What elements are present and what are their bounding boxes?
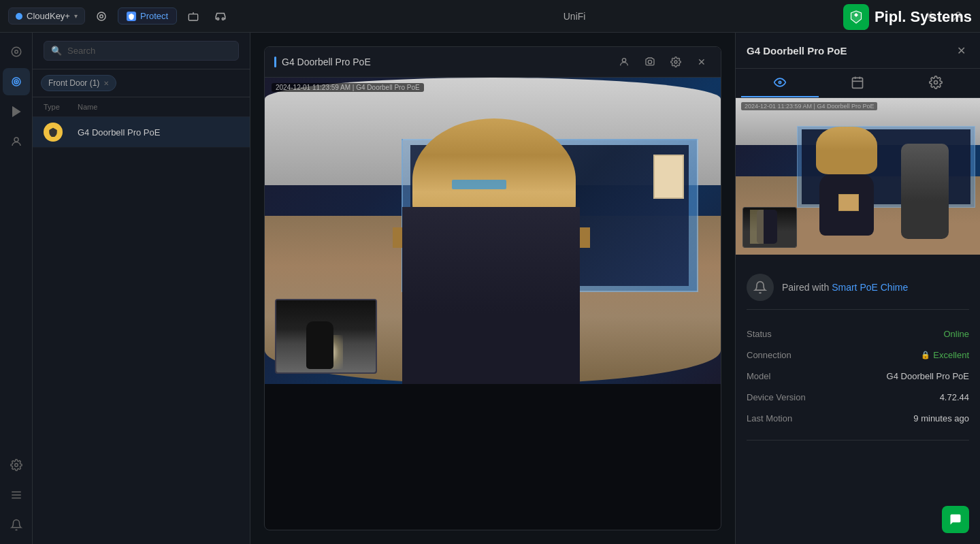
- rp-content: Paired with Smart PoE Chime Status Onlin…: [736, 255, 980, 451]
- svg-point-27: [674, 61, 677, 63]
- smart-poe-chime-link[interactable]: Smart PoE Chime: [832, 282, 908, 293]
- svg-point-26: [648, 60, 651, 63]
- mini-person-2: [901, 144, 956, 239]
- version-value: 4.72.44: [940, 392, 969, 402]
- svg-point-21: [14, 464, 18, 467]
- right-panel: G4 Doorbell Pro PoE ✕: [735, 33, 980, 544]
- camera-ai-button[interactable]: [615, 52, 634, 71]
- connection-row: Connection 🔒 Excellent: [747, 345, 969, 366]
- svg-point-4: [217, 18, 219, 20]
- column-type-header: Type: [44, 103, 78, 111]
- pipl-logo: Pipl. Systems: [843, 4, 972, 30]
- tab-recordings[interactable]: [819, 69, 896, 97]
- cloudkey-label: CloudKey+: [27, 11, 70, 21]
- device-status-icon: [44, 123, 63, 142]
- sidebar-item-playback[interactable]: [3, 98, 30, 125]
- hat-text: [452, 180, 506, 189]
- protect-button[interactable]: Protect: [118, 7, 177, 25]
- tab-device-settings[interactable]: [897, 69, 975, 97]
- chime-icon: [747, 274, 774, 301]
- device-info-section: Status Online Connection 🔒 Excellent Mod…: [747, 313, 969, 441]
- sidebar-item-settings[interactable]: [3, 451, 30, 479]
- paired-row: Paired with Smart PoE Chime: [747, 266, 969, 310]
- model-label: Model: [747, 371, 770, 381]
- right-panel-tabs: [736, 69, 980, 98]
- svg-point-1: [100, 14, 103, 18]
- camera-title-text: G4 Doorbell Pro PoE: [282, 57, 371, 67]
- svg-point-5: [222, 18, 224, 20]
- sidebar-item-logs[interactable]: [3, 481, 30, 509]
- right-panel-close-button[interactable]: ✕: [953, 42, 969, 59]
- topbar-title: UniFi: [240, 11, 909, 22]
- right-panel-header: G4 Doorbell Pro PoE ✕: [736, 33, 980, 69]
- paired-text: Paired with Smart PoE Chime: [782, 282, 908, 293]
- search-input[interactable]: [67, 46, 231, 56]
- vehicle-icon-button[interactable]: [210, 5, 231, 27]
- motion-label: Last Motion: [747, 413, 792, 423]
- sidebar-item-ai[interactable]: [3, 128, 30, 155]
- svg-point-28: [779, 81, 781, 83]
- device-row[interactable]: G4 Doorbell Pro PoE: [33, 117, 250, 148]
- camera-popup: G4 Doorbell Pro PoE: [264, 46, 721, 530]
- camera-popup-controls: ✕: [615, 52, 711, 71]
- person-container: [393, 98, 590, 384]
- status-label: Status: [747, 329, 772, 339]
- search-box[interactable]: 🔍: [44, 41, 239, 61]
- camera-snapshot-button[interactable]: [640, 52, 659, 71]
- thumb-sub-light: [750, 210, 764, 244]
- camera-close-button[interactable]: ✕: [692, 52, 711, 71]
- version-label: Device Version: [747, 392, 806, 402]
- pip-content: [276, 300, 376, 372]
- camera-fisheye-view: [265, 78, 721, 384]
- svg-point-14: [12, 47, 21, 57]
- tab-live-view[interactable]: [741, 69, 819, 97]
- thumb-sub-overlay: [742, 207, 797, 248]
- scene-wall-art: [653, 155, 684, 199]
- device-type-indicator: [44, 123, 78, 142]
- sidebar: [0, 33, 33, 544]
- tab-bar: Front Door (1) ✕: [33, 69, 250, 97]
- protect-label: Protect: [140, 11, 168, 21]
- svg-point-0: [97, 12, 105, 20]
- model-value: G4 Doorbell Pro PoE: [887, 371, 969, 381]
- thumb-sub-inner: [743, 208, 796, 247]
- camera-settings-button[interactable]: [666, 52, 685, 71]
- camera-pip: [275, 299, 377, 374]
- camera-icon-button[interactable]: [91, 5, 112, 27]
- svg-point-15: [14, 50, 18, 54]
- mini-p2-body: [901, 144, 949, 239]
- person-body: [402, 207, 580, 384]
- pipl-name-text: Pipl. Systems: [875, 8, 972, 26]
- motion-value: 9 minutes ago: [913, 413, 969, 423]
- topbar-left: CloudKey+ ▾ Protect: [0, 5, 240, 27]
- tab-close-icon[interactable]: ✕: [103, 80, 109, 87]
- lock-icon: 🔒: [921, 351, 930, 359]
- column-name-header: Name: [78, 103, 239, 111]
- sidebar-item-home[interactable]: [3, 38, 30, 65]
- mini-hat: [816, 127, 877, 174]
- pipl-icon: [843, 4, 869, 30]
- camera-title-bar-icon: [274, 57, 276, 67]
- device-panel-header: 🔍: [33, 33, 250, 69]
- sidebar-item-alerts[interactable]: [3, 511, 30, 539]
- thumb-timestamp: 2024-12-01 11:23:59 AM | G4 Doorbell Pro…: [741, 102, 877, 110]
- camera-viewport: 2024-12-01 11:23:59 AM | G4 Doorbell Pro…: [265, 78, 721, 384]
- sidebar-item-protect[interactable]: [3, 68, 30, 95]
- right-panel-thumbnail: 2024-12-01 11:23:59 AM | G4 Doorbell Pro…: [736, 98, 980, 255]
- right-panel-title: G4 Doorbell Pro PoE: [747, 45, 847, 57]
- protect-icon: [127, 12, 136, 21]
- svg-rect-29: [853, 78, 863, 88]
- model-row: Model G4 Doorbell Pro PoE: [747, 366, 969, 387]
- svg-point-18: [16, 81, 17, 82]
- status-value: Online: [943, 329, 969, 339]
- search-icon: 🔍: [51, 46, 62, 56]
- camera-timestamp: 2024-12-01 11:23:59 AM | G4 Doorbell Pro…: [272, 83, 424, 92]
- chat-button[interactable]: [942, 506, 969, 533]
- package-box: [838, 194, 859, 211]
- front-door-tab[interactable]: Front Door (1) ✕: [41, 75, 116, 91]
- device-list-header: Type Name: [33, 97, 250, 117]
- mini-scene: [736, 98, 980, 255]
- connection-value: 🔒 Excellent: [921, 350, 969, 360]
- cloudkey-selector[interactable]: CloudKey+ ▾: [8, 7, 85, 25]
- device-icon-button[interactable]: [182, 5, 204, 27]
